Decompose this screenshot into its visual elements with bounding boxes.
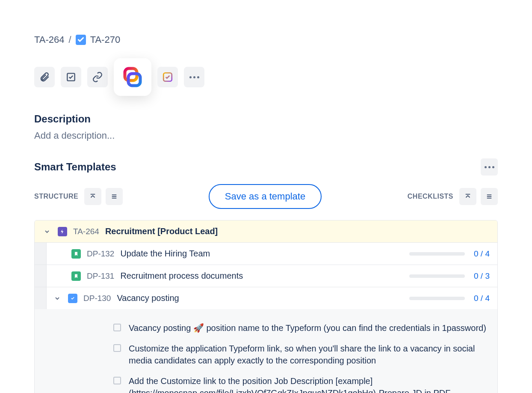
indent-bar (35, 287, 47, 309)
checkbox[interactable] (113, 377, 121, 384)
issue-key: DP-132 (87, 249, 114, 259)
structure-expand-button[interactable] (106, 188, 123, 205)
story-icon (71, 271, 81, 281)
issue-tree: TA-264 Recruitment [Product Lead] DP-132… (34, 220, 498, 393)
issue-key: TA-264 (73, 227, 99, 236)
checklist-item-text: Customize the application Typeform link,… (129, 342, 490, 366)
issue-title: Vacancy posting (117, 293, 179, 303)
smart-templates-title: Smart Templates (34, 161, 116, 173)
issue-key: DP-131 (87, 271, 114, 281)
section-more-button[interactable] (481, 158, 498, 176)
issue-title: Recruitment process documents (120, 271, 243, 281)
checklist-item[interactable]: Vacancy posting 🚀 position name to the T… (42, 318, 490, 338)
progress-text: 0 / 4 (471, 249, 490, 259)
breadcrumb-current[interactable]: TA-270 (90, 34, 121, 45)
indent-bar (35, 265, 47, 287)
story-icon (71, 249, 81, 259)
progress-bar (409, 252, 465, 256)
structure-label: STRUCTURE (34, 193, 78, 200)
checklists-label: CHECKLISTS (408, 193, 453, 200)
checklist-item[interactable]: Customize the application Typeform link,… (42, 338, 490, 371)
app-icon-button[interactable] (114, 58, 151, 96)
progress-bar (409, 297, 465, 300)
progress-bar (409, 274, 465, 278)
checklist-button[interactable] (61, 67, 81, 87)
task-icon (68, 294, 77, 303)
chevron-down-icon[interactable] (53, 294, 62, 303)
checklist-panel: Vacancy posting 🚀 position name to the T… (35, 309, 497, 393)
attach-button[interactable] (34, 67, 55, 87)
breadcrumb-separator: / (69, 34, 71, 45)
checklists-collapse-button[interactable] (459, 188, 476, 205)
checklist-item[interactable]: Add the Customize link to the position J… (42, 371, 490, 393)
task-type-icon (76, 35, 86, 45)
issue-key: DP-130 (83, 294, 111, 303)
link-button[interactable] (87, 67, 108, 87)
tree-row[interactable]: DP-130 Vacancy posting 0 / 4 (35, 287, 497, 309)
progress-text: 0 / 4 (471, 294, 490, 303)
checklist-item-text: Add the Customize link to the position J… (129, 375, 490, 393)
toolbar (34, 58, 498, 96)
checklists-expand-button[interactable] (481, 188, 498, 205)
chevron-down-icon[interactable] (42, 227, 52, 236)
issue-title: Recruitment [Product Lead] (105, 226, 218, 236)
issue-title: Update the Hiring Team (120, 249, 210, 259)
tree-row[interactable]: DP-132 Update the Hiring Team 0 / 4 (35, 243, 497, 265)
progress-text: 0 / 3 (471, 271, 490, 281)
checkbox[interactable] (113, 344, 121, 352)
breadcrumb: TA-264 / TA-270 (34, 34, 498, 45)
checkbox[interactable] (113, 324, 121, 331)
more-button[interactable] (184, 67, 204, 87)
epic-icon (58, 227, 67, 236)
description-input[interactable]: Add a description... (34, 130, 498, 141)
tree-row[interactable]: DP-131 Recruitment process documents 0 /… (35, 265, 497, 287)
indent-bar (35, 243, 47, 265)
checklist-item-text: Vacancy posting 🚀 position name to the T… (129, 322, 486, 334)
save-as-template-button[interactable]: Save as a template (209, 184, 322, 209)
description-heading: Description (34, 113, 498, 125)
structure-collapse-button[interactable] (84, 188, 101, 205)
breadcrumb-parent[interactable]: TA-264 (34, 34, 65, 45)
smart-checklist-button[interactable] (157, 67, 178, 87)
tree-row-parent[interactable]: TA-264 Recruitment [Product Lead] (35, 220, 497, 243)
